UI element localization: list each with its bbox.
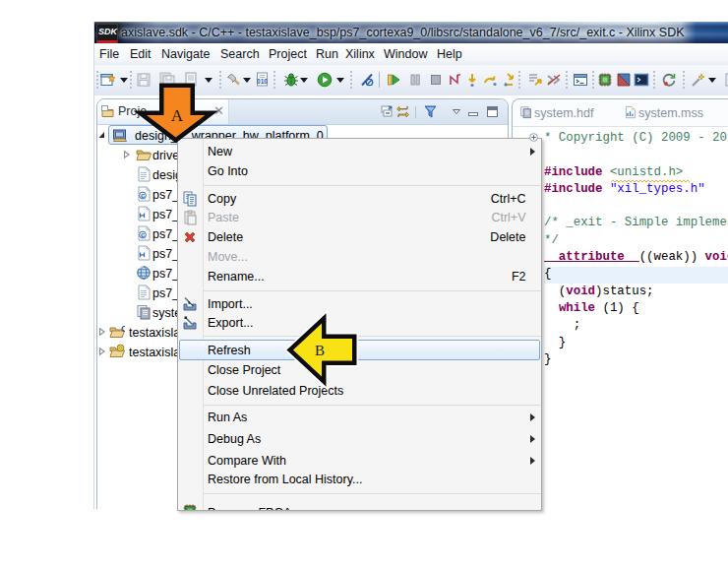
svg-text:B: B — [315, 343, 325, 358]
svg-text:c: c — [141, 191, 145, 200]
svg-text:A: A — [171, 106, 184, 125]
svg-text:C: C — [121, 324, 125, 334]
svg-text:c: c — [141, 230, 145, 239]
svg-text:010: 010 — [257, 78, 268, 85]
